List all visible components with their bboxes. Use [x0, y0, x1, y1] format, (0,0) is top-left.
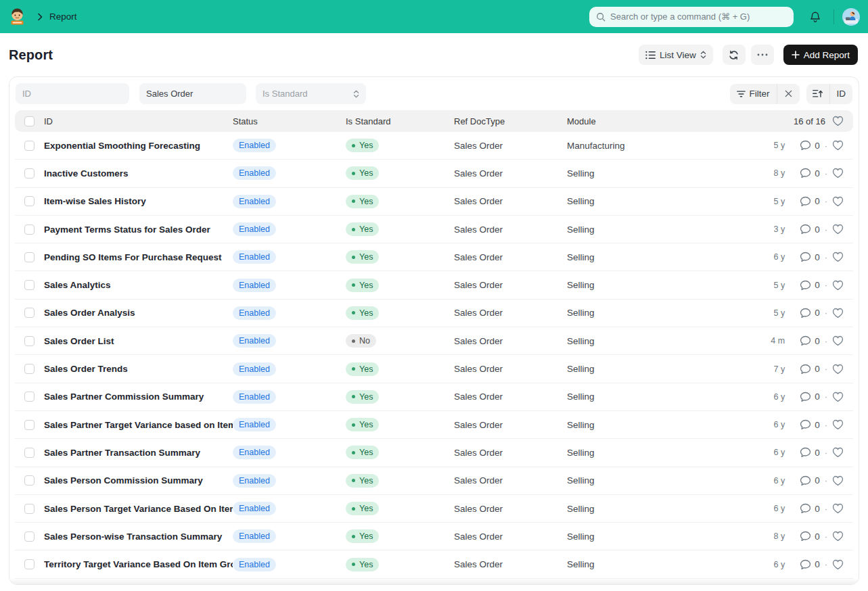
like-button[interactable]: [832, 280, 844, 291]
like-button[interactable]: [832, 503, 844, 514]
table-row[interactable]: Sales Order Trends Enabled Yes Sales Ord…: [15, 355, 853, 383]
row-checkbox[interactable]: [24, 336, 35, 346]
sort-order-button[interactable]: [806, 84, 829, 104]
report-name-link[interactable]: Sales Analytics: [44, 280, 233, 290]
table-row[interactable]: Sales Partner Commission Summary Enabled…: [15, 383, 853, 411]
row-checkbox[interactable]: [24, 392, 35, 402]
row-checkbox[interactable]: [24, 504, 35, 514]
filter-ref-doctype-input[interactable]: [139, 83, 246, 104]
breadcrumb[interactable]: Report: [49, 11, 77, 22]
row-checkbox[interactable]: [24, 308, 35, 318]
view-switcher-button[interactable]: List View: [639, 45, 713, 65]
refresh-button[interactable]: [723, 45, 746, 65]
like-button[interactable]: [832, 559, 844, 570]
row-checkbox[interactable]: [24, 196, 35, 206]
comment-count-button[interactable]: 0: [800, 224, 820, 235]
table-row[interactable]: Item-wise Sales History Enabled Yes Sale…: [15, 188, 853, 216]
report-name-link[interactable]: Exponential Smoothing Forecasting: [44, 141, 233, 151]
notifications-button[interactable]: [805, 7, 825, 27]
table-row[interactable]: Sales Person Target Variance Based On It…: [15, 495, 853, 523]
comment-count-button[interactable]: 0: [800, 419, 820, 430]
row-checkbox[interactable]: [24, 141, 35, 151]
row-checkbox[interactable]: [24, 531, 35, 542]
table-row[interactable]: Sales Order List Enabled No Sales Order …: [15, 327, 853, 355]
like-button[interactable]: [832, 392, 844, 402]
report-name-link[interactable]: Sales Partner Target Variance based on I…: [44, 420, 233, 430]
like-button[interactable]: [832, 140, 844, 151]
comment-count-button[interactable]: 0: [800, 475, 820, 486]
column-header-is-standard[interactable]: Is Standard: [346, 116, 454, 126]
table-row[interactable]: Pending SO Items For Purchase Request En…: [15, 243, 853, 271]
app-logo[interactable]: [8, 7, 26, 26]
row-checkbox[interactable]: [24, 252, 35, 262]
table-row[interactable]: Sales Order Analysis Enabled Yes Sales O…: [15, 300, 853, 327]
liked-filter-button[interactable]: [832, 116, 844, 126]
filter-is-standard-select[interactable]: Is Standard: [256, 83, 366, 104]
add-report-button[interactable]: Add Report: [783, 45, 858, 65]
table-row[interactable]: Sales Analytics Enabled Yes Sales Order …: [15, 271, 853, 299]
column-header-module[interactable]: Module: [567, 116, 675, 126]
report-name-link[interactable]: Item-wise Sales History: [44, 196, 233, 206]
like-button[interactable]: [832, 335, 844, 346]
report-name-link[interactable]: Sales Order List: [44, 336, 233, 346]
comment-count-button[interactable]: 0: [800, 168, 820, 179]
like-button[interactable]: [832, 364, 844, 375]
comment-count-button[interactable]: 0: [800, 280, 820, 291]
report-name-link[interactable]: Sales Person Target Variance Based On It…: [44, 504, 233, 514]
comment-count-button[interactable]: 0: [800, 364, 820, 375]
report-name-link[interactable]: Inactive Customers: [44, 168, 233, 179]
row-checkbox[interactable]: [24, 364, 35, 374]
report-name-link[interactable]: Sales Order Trends: [44, 364, 233, 374]
column-header-id[interactable]: ID: [44, 116, 233, 126]
report-name-link[interactable]: Sales Person Commission Summary: [44, 475, 233, 486]
report-name-link[interactable]: Pending SO Items For Purchase Request: [44, 252, 233, 262]
comment-count-button[interactable]: 0: [800, 308, 820, 318]
table-row[interactable]: Exponential Smoothing Forecasting Enable…: [15, 132, 853, 160]
comment-count-button[interactable]: 0: [800, 531, 820, 542]
table-row[interactable]: Sales Person-wise Transaction Summary En…: [15, 523, 853, 550]
table-row[interactable]: Inactive Customers Enabled Yes Sales Ord…: [15, 160, 853, 187]
report-name-link[interactable]: Sales Partner Commission Summary: [44, 392, 233, 402]
comment-count-button[interactable]: 0: [800, 503, 820, 514]
like-button[interactable]: [832, 531, 844, 542]
like-button[interactable]: [832, 196, 844, 207]
report-name-link[interactable]: Sales Order Analysis: [44, 308, 233, 318]
table-row[interactable]: Sales Partner Target Variance based on I…: [15, 411, 853, 439]
filter-id-input[interactable]: [16, 83, 129, 104]
like-button[interactable]: [832, 224, 844, 235]
table-row[interactable]: Sales Person Commission Summary Enabled …: [15, 467, 853, 495]
comment-count-button[interactable]: 0: [800, 559, 820, 570]
report-name-link[interactable]: Sales Partner Transaction Summary: [44, 448, 233, 458]
column-header-ref-doctype[interactable]: Ref DocType: [454, 116, 567, 126]
like-button[interactable]: [832, 168, 844, 179]
row-checkbox[interactable]: [24, 559, 35, 569]
row-checkbox[interactable]: [24, 168, 35, 179]
report-name-link[interactable]: Payment Terms Status for Sales Order: [44, 224, 233, 235]
row-checkbox[interactable]: [24, 475, 35, 486]
comment-count-button[interactable]: 0: [800, 252, 820, 262]
row-checkbox[interactable]: [24, 448, 35, 458]
clear-filters-button[interactable]: [777, 84, 800, 104]
comment-count-button[interactable]: 0: [800, 392, 820, 402]
sort-field-button[interactable]: ID: [829, 84, 853, 104]
like-button[interactable]: [832, 475, 844, 486]
search-input[interactable]: Search or type a command (⌘ + G): [589, 7, 794, 27]
table-row[interactable]: Sales Partner Transaction Summary Enable…: [15, 439, 853, 467]
more-options-button[interactable]: [751, 45, 774, 65]
report-name-link[interactable]: Sales Person-wise Transaction Summary: [44, 531, 233, 542]
user-avatar[interactable]: [842, 8, 860, 26]
comment-count-button[interactable]: 0: [800, 196, 820, 207]
row-checkbox[interactable]: [24, 280, 35, 290]
row-checkbox[interactable]: [24, 420, 35, 430]
like-button[interactable]: [832, 447, 844, 458]
column-header-status[interactable]: Status: [233, 116, 346, 126]
like-button[interactable]: [832, 252, 844, 262]
comment-count-button[interactable]: 0: [800, 447, 820, 458]
select-all-checkbox[interactable]: [24, 116, 35, 126]
row-checkbox[interactable]: [24, 224, 35, 235]
table-row[interactable]: Payment Terms Status for Sales Order Ena…: [15, 216, 853, 243]
table-row[interactable]: Territory Target Variance Based On Item …: [15, 550, 853, 578]
filter-button[interactable]: Filter: [730, 84, 777, 104]
comment-count-button[interactable]: 0: [800, 335, 820, 346]
like-button[interactable]: [832, 419, 844, 430]
